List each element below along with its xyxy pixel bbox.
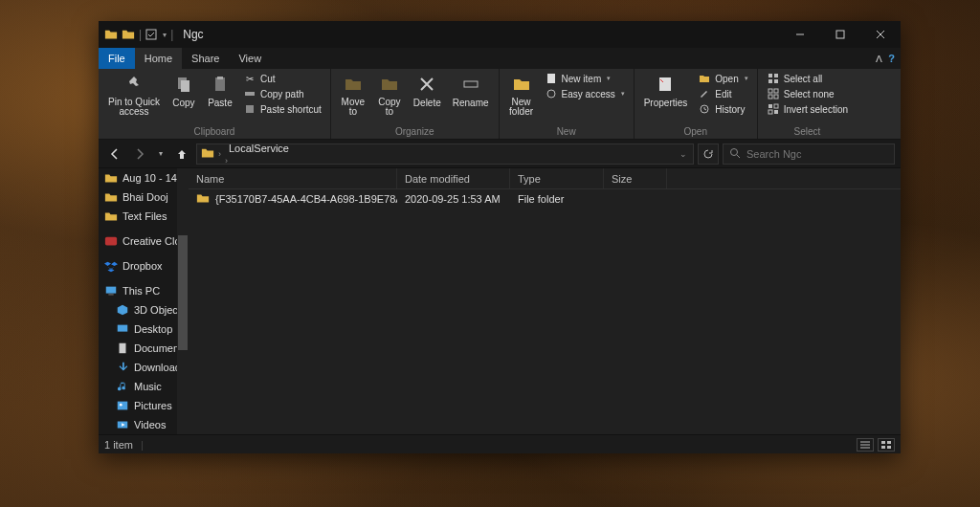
chevron-down-icon: ▾: [607, 75, 611, 82]
sidebar-item[interactable]: Bhai Dooj: [99, 187, 189, 207]
details-view-button[interactable]: [857, 438, 874, 452]
select-none-button[interactable]: Select none: [764, 86, 851, 101]
forward-button[interactable]: [129, 143, 150, 165]
file-list[interactable]: {F35170B7-45AA-4CB4-A698-1B9E78ACD713}20…: [189, 189, 901, 434]
rename-label: Rename: [453, 98, 489, 108]
scrollbar-thumb[interactable]: [178, 235, 188, 350]
select-group-label: Select: [793, 126, 820, 139]
select-all-button[interactable]: Select all: [764, 71, 851, 86]
file-list-pane: Name Date modified Type Size {F35170B7-4…: [189, 168, 901, 434]
move-to-button[interactable]: Move to: [337, 71, 369, 119]
file-name-cell: {F35170B7-45AA-4CB4-A698-1B9E78ACD713}: [189, 191, 397, 207]
svg-rect-10: [246, 105, 254, 113]
copy-path-button[interactable]: Copy path: [240, 86, 324, 101]
navigation-pane[interactable]: Aug 10 - 14Bhai DoojText FilesCreative C…: [99, 168, 189, 434]
svg-rect-50: [887, 446, 891, 449]
tab-home[interactable]: Home: [135, 48, 182, 69]
paste-button[interactable]: Paste: [204, 71, 236, 110]
large-icons-view-button[interactable]: [878, 438, 895, 452]
sidebar-item-label: This PC: [122, 285, 160, 297]
sidebar-item[interactable]: This PC: [99, 281, 189, 300]
file-row[interactable]: {F35170B7-45AA-4CB4-A698-1B9E78ACD713}20…: [189, 189, 901, 209]
chevron-right-icon[interactable]: ›: [216, 149, 223, 159]
help-icon[interactable]: ?: [888, 53, 895, 64]
svg-rect-2: [836, 31, 844, 38]
open-button[interactable]: Open▾: [695, 71, 750, 86]
sidebar-item[interactable]: 3D Objects: [99, 300, 189, 320]
qat-separator-2: |: [170, 28, 173, 41]
maximize-button[interactable]: [820, 21, 860, 48]
sidebar-item[interactable]: Creative Cloud Fil: [99, 231, 189, 251]
quick-access-folder-icon[interactable]: [122, 28, 135, 41]
recent-locations-button[interactable]: ▾: [154, 143, 167, 165]
column-name[interactable]: Name: [189, 168, 397, 188]
svg-rect-0: [146, 30, 156, 39]
column-size[interactable]: Size: [604, 168, 667, 188]
edit-button[interactable]: Edit: [695, 86, 750, 101]
3d-icon: [116, 303, 129, 317]
easy-access-icon: [545, 87, 558, 100]
svg-rect-48: [887, 441, 891, 444]
select-none-icon: [767, 87, 780, 100]
column-modified[interactable]: Date modified: [397, 168, 510, 188]
up-button[interactable]: [171, 143, 192, 165]
sidebar-item[interactable]: Desktop: [99, 320, 189, 339]
sidebar-item[interactable]: Aug 10 - 14: [99, 168, 189, 187]
pin-to-quick-access-button[interactable]: Pin to Quick access: [104, 71, 164, 119]
move-to-label: Move to: [342, 98, 365, 117]
sidebar-item[interactable]: Documents: [99, 339, 189, 358]
address-bar[interactable]: › This PC›Local Disk (C:)›Windows›Servic…: [196, 143, 694, 165]
column-type[interactable]: Type: [510, 168, 604, 188]
history-label: History: [715, 104, 745, 115]
sidebar-item[interactable]: Text Files: [99, 207, 189, 226]
tab-share[interactable]: Share: [182, 48, 229, 69]
sidebar-scrollbar[interactable]: [177, 168, 189, 434]
copy-button[interactable]: Copy: [167, 71, 200, 110]
folder-icon: [104, 28, 118, 41]
refresh-button[interactable]: [698, 143, 719, 165]
sidebar-item[interactable]: Dropbox: [99, 256, 189, 276]
back-button[interactable]: [104, 143, 125, 165]
rename-button[interactable]: Rename: [449, 71, 493, 110]
title-bar[interactable]: | ▾ | Ngc: [99, 21, 901, 48]
history-button[interactable]: History: [695, 101, 750, 117]
copy-label: Copy: [172, 98, 194, 108]
ribbon-group-new: New folder New item▾ Easy access▾ New: [500, 69, 635, 139]
chevron-right-icon[interactable]: ›: [223, 156, 230, 165]
sidebar-item-label: Bhai Dooj: [122, 191, 168, 203]
sidebar-item[interactable]: Downloads: [99, 358, 189, 377]
sidebar-item-label: Aug 10 - 14: [122, 172, 177, 184]
delete-label: Delete: [413, 98, 441, 108]
close-button[interactable]: [860, 21, 901, 48]
easy-access-button[interactable]: Easy access▾: [542, 86, 628, 101]
sidebar-item[interactable]: Music: [99, 377, 189, 396]
svg-rect-12: [547, 74, 555, 83]
sidebar-item[interactable]: Videos: [99, 415, 189, 434]
checkbox-icon[interactable]: [145, 29, 157, 40]
copy-to-button[interactable]: Copy to: [373, 71, 406, 119]
qat-dropdown-icon[interactable]: ▾: [163, 31, 167, 39]
sidebar-item[interactable]: Pictures: [99, 396, 189, 415]
svg-point-36: [120, 404, 122, 407]
address-dropdown-icon[interactable]: ⌄: [678, 149, 693, 159]
new-folder-button[interactable]: New folder: [505, 71, 538, 119]
tab-view-label: View: [238, 53, 261, 64]
search-input[interactable]: Search Ngc: [723, 143, 895, 165]
tab-view[interactable]: View: [229, 48, 271, 69]
delete-button[interactable]: Delete: [410, 71, 445, 110]
paste-shortcut-button[interactable]: Paste shortcut: [240, 101, 324, 117]
new-folder-icon: [510, 73, 533, 96]
tab-file[interactable]: File: [99, 48, 135, 69]
new-item-button[interactable]: New item▾: [542, 71, 628, 86]
svg-rect-20: [768, 89, 772, 93]
properties-label: Properties: [644, 98, 688, 108]
invert-selection-button[interactable]: Invert selection: [764, 101, 851, 117]
breadcrumb-segment[interactable]: LocalService: [223, 143, 301, 154]
properties-button[interactable]: Properties: [640, 71, 692, 110]
path-icon: [243, 87, 256, 100]
minimize-button[interactable]: [780, 21, 820, 48]
invert-icon: [767, 102, 780, 116]
ribbon-collapse-icon[interactable]: ᐱ: [876, 54, 882, 64]
pc-icon: [104, 284, 118, 298]
cut-button[interactable]: ✂Cut: [240, 71, 324, 86]
